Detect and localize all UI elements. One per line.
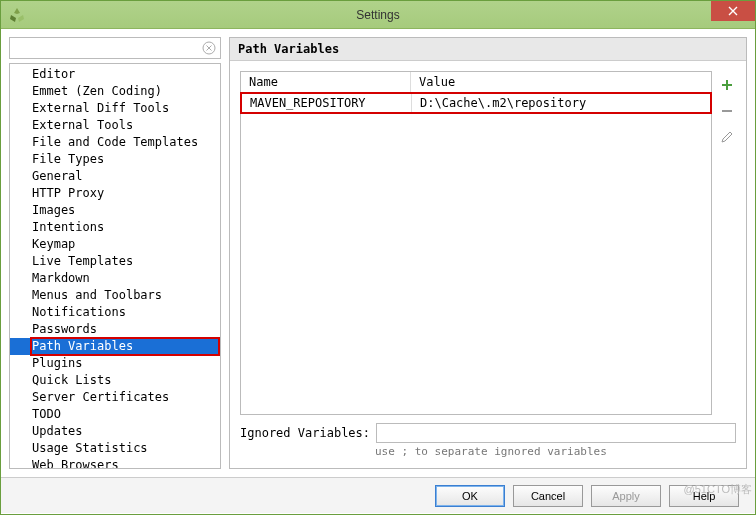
tree-item[interactable]: HTTP Proxy	[10, 185, 220, 202]
tree-item[interactable]: Web Browsers	[10, 457, 220, 469]
column-name-header[interactable]: Name	[241, 72, 411, 92]
tree-item-label: Usage Statistics	[32, 441, 148, 455]
tree-item[interactable]: External Tools	[10, 117, 220, 134]
tree-item[interactable]: File and Code Templates	[10, 134, 220, 151]
tree-item-label: File and Code Templates	[32, 135, 198, 149]
tree-item[interactable]: External Diff Tools	[10, 100, 220, 117]
cell-value[interactable]: D:\Cache\.m2\repository	[412, 94, 710, 112]
close-button[interactable]	[711, 1, 755, 21]
tree-item-label: Menus and Toolbars	[32, 288, 162, 302]
tree-item[interactable]: Updates	[10, 423, 220, 440]
tree-item-label: Keymap	[32, 237, 75, 251]
table-side-buttons	[712, 71, 736, 415]
tree-item[interactable]: Keymap	[10, 236, 220, 253]
settings-window: Settings EditorEmmet (Zen Coding)Externa…	[0, 0, 756, 515]
tree-item-label: Editor	[32, 67, 75, 81]
tree-item-label: Images	[32, 203, 75, 217]
tree-item[interactable]: Passwords	[10, 321, 220, 338]
tree-item[interactable]: Live Templates	[10, 253, 220, 270]
apply-button[interactable]: Apply	[591, 485, 661, 507]
add-button[interactable]	[719, 77, 735, 93]
panel-title: Path Variables	[230, 38, 746, 61]
settings-tree[interactable]: EditorEmmet (Zen Coding)External Diff To…	[9, 63, 221, 469]
ignored-hint: use ; to separate ignored variables	[375, 445, 736, 458]
tree-item[interactable]: Notifications	[10, 304, 220, 321]
ignored-row: Ignored Variables:	[240, 423, 736, 443]
right-pane: Path Variables Name Value MAVEN_REPOSITO…	[229, 37, 747, 469]
tree-item[interactable]: Usage Statistics	[10, 440, 220, 457]
tree-item[interactable]: Intentions	[10, 219, 220, 236]
tree-item[interactable]: TODO	[10, 406, 220, 423]
tree-item-label: Quick Lists	[32, 373, 111, 387]
footer: OK Cancel Apply Help	[1, 477, 755, 513]
tree-item[interactable]: Server Certificates	[10, 389, 220, 406]
tree-item-label: Intentions	[32, 220, 104, 234]
clear-search-icon[interactable]	[202, 41, 216, 55]
tree-item-label: Web Browsers	[32, 458, 119, 469]
ignored-label: Ignored Variables:	[240, 426, 370, 440]
tree-item-label: Updates	[32, 424, 83, 438]
tree-item-label: TODO	[32, 407, 61, 421]
window-title: Settings	[356, 8, 399, 22]
tree-item-label: Live Templates	[32, 254, 133, 268]
search-input[interactable]	[10, 41, 202, 55]
tree-item-label: HTTP Proxy	[32, 186, 104, 200]
search-row	[9, 37, 221, 59]
tree-item-label: Notifications	[32, 305, 126, 319]
tree-item[interactable]: Path Variables	[10, 338, 220, 355]
tree-item-label: External Diff Tools	[32, 101, 169, 115]
cancel-button[interactable]: Cancel	[513, 485, 583, 507]
tree-item-label: Passwords	[32, 322, 97, 336]
tree-item[interactable]: Images	[10, 202, 220, 219]
panel-body: Name Value MAVEN_REPOSITORYD:\Cache\.m2\…	[230, 61, 746, 468]
tree-item[interactable]: Menus and Toolbars	[10, 287, 220, 304]
tree-item-label: Path Variables	[32, 339, 218, 354]
tree-item-label: Emmet (Zen Coding)	[32, 84, 162, 98]
content-area: EditorEmmet (Zen Coding)External Diff To…	[1, 29, 755, 477]
tree-item-label: File Types	[32, 152, 104, 166]
table-row[interactable]: MAVEN_REPOSITORYD:\Cache\.m2\repository	[242, 94, 710, 112]
ok-button[interactable]: OK	[435, 485, 505, 507]
table-area: Name Value MAVEN_REPOSITORYD:\Cache\.m2\…	[240, 71, 736, 415]
left-pane: EditorEmmet (Zen Coding)External Diff To…	[9, 37, 221, 469]
tree-item[interactable]: Plugins	[10, 355, 220, 372]
table-header: Name Value	[241, 72, 711, 93]
titlebar[interactable]: Settings	[1, 1, 755, 29]
tree-item[interactable]: Markdown	[10, 270, 220, 287]
tree-item[interactable]: Quick Lists	[10, 372, 220, 389]
tree-item[interactable]: File Types	[10, 151, 220, 168]
tree-item[interactable]: Emmet (Zen Coding)	[10, 83, 220, 100]
tree-item-label: External Tools	[32, 118, 133, 132]
cell-name[interactable]: MAVEN_REPOSITORY	[242, 94, 412, 112]
ignored-variables-input[interactable]	[376, 423, 736, 443]
watermark: @51CTO博客	[684, 482, 752, 497]
edit-button[interactable]	[719, 129, 735, 145]
tree-item-label: Markdown	[32, 271, 90, 285]
tree-item[interactable]: Editor	[10, 66, 220, 83]
remove-button[interactable]	[719, 103, 735, 119]
tree-item[interactable]: General	[10, 168, 220, 185]
app-icon	[9, 7, 25, 23]
tree-item-label: Server Certificates	[32, 390, 169, 404]
variables-table[interactable]: Name Value MAVEN_REPOSITORYD:\Cache\.m2\…	[240, 71, 712, 415]
tree-item-label: Plugins	[32, 356, 83, 370]
column-value-header[interactable]: Value	[411, 72, 711, 92]
tree-item-label: General	[32, 169, 83, 183]
